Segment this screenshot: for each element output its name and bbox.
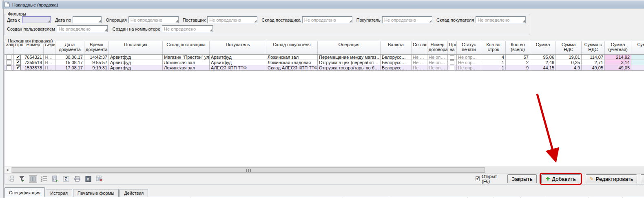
buyer-filter-combo[interactable]: Не определено — [382, 16, 432, 23]
invoices-group: Накладная (продажа) Закр Про Номер Сери … — [4, 41, 644, 185]
column-header-sum[interactable]: Сумма — [530, 41, 556, 54]
cell-supplier-sum — [631, 65, 644, 70]
column-header-accounting-sum[interactable]: Сумма (учетная) — [605, 41, 631, 54]
cell-buyer: АЛЕСЯ КПП ТТФ — [210, 65, 266, 70]
column-header-doc-time[interactable]: Время документа — [84, 41, 109, 54]
cell-series: Н… — [44, 60, 55, 65]
cell-operation: Отгрузка товара/тары по б… — [318, 65, 381, 70]
toolbar-icons: 123 Σ X — [7, 175, 103, 183]
title-bar: Накладные (продажа) — [2, 0, 644, 9]
add-button[interactable]: ✚ Добавить — [541, 174, 580, 183]
column-header-currency[interactable]: Валюта — [381, 41, 412, 54]
cell-currency: Белорусс… — [381, 65, 412, 70]
numbered-list-icon[interactable]: 123 — [40, 175, 48, 183]
table-delete-icon[interactable] — [95, 175, 103, 183]
edit-button[interactable]: ✎ Редактировать — [586, 174, 637, 183]
horizontal-scrollbar[interactable]: < — [4, 167, 644, 173]
row-closed-checkbox[interactable] — [7, 60, 11, 65]
table-empty-area — [4, 71, 644, 167]
column-header-operation[interactable]: Операция — [318, 41, 381, 54]
cell-agreement: Не … — [412, 55, 427, 60]
app-window: Накладные (продажа) Фильтры Дата с Дата … — [0, 0, 644, 198]
excel-export-icon[interactable]: X — [84, 175, 92, 183]
print-icon[interactable] — [73, 175, 81, 183]
open-checkbox-label: Открыт (F6) — [482, 174, 502, 184]
row-closed-checkbox[interactable] — [7, 55, 11, 60]
row-posted-checkbox[interactable] — [16, 55, 21, 60]
tree-structure-icon[interactable] — [7, 175, 15, 183]
open-checkbox[interactable] — [476, 176, 480, 181]
cell-supplier: Арвитфуд — [109, 55, 163, 60]
cell-number: 7654321 — [23, 55, 44, 60]
table-header-row: Закр Про Номер Сери Дата документа Время… — [4, 41, 644, 55]
cell-accounting-sum: 3,14 — [605, 60, 631, 65]
cell-supplier-warehouse: Магазин "Престон" ул… — [163, 55, 210, 60]
column-header-total-count[interactable]: Кол-во (всего) — [506, 41, 530, 54]
cell-accounting-sum: 214,92 — [605, 55, 631, 60]
table-row[interactable]: 7654321 Н… 30.06.17 14:42:37 Арвитфуд Ма… — [4, 55, 644, 60]
row-printed-checkbox[interactable] — [450, 66, 454, 70]
cell-line-count: 1 — [481, 60, 506, 65]
buyer-warehouse-filter-label: Склад покупателя — [436, 18, 474, 22]
calculator-add-icon[interactable] — [51, 175, 59, 183]
close-button[interactable]: Закрыть — [507, 174, 537, 183]
column-header-vat-sum[interactable]: Сумма НДС — [556, 41, 582, 54]
column-header-buyer[interactable]: Покупатель — [210, 41, 266, 54]
partial-button[interactable]: ✖ — [641, 174, 644, 183]
sum-icon[interactable]: Σ — [62, 175, 70, 183]
columns-icon[interactable] — [29, 175, 37, 183]
row-printed-checkbox[interactable] — [450, 60, 454, 65]
table-row[interactable]: 7359518 Н… 15.08.17 9:55:57 Арвитфуд Лож… — [4, 60, 644, 65]
cell-number: 7359518 — [23, 60, 44, 65]
column-header-buyer-warehouse[interactable]: Склад покупателя — [266, 41, 318, 54]
cell-print-status: Не опр… — [457, 55, 481, 60]
filters-row-1: Дата с Дата по Операция Не определено По… — [7, 16, 527, 24]
tab-history[interactable]: История — [46, 189, 72, 197]
buyer-warehouse-filter-combo[interactable]: Не определено — [476, 16, 526, 23]
column-header-print-status[interactable]: Статус печати — [457, 41, 481, 54]
scrollbar-thumb[interactable] — [12, 167, 485, 173]
created-on-computer-combo[interactable]: Не определено — [162, 25, 213, 32]
supplier-warehouse-filter-label: Склад поставщика — [261, 18, 301, 22]
row-posted-checkbox[interactable] — [16, 60, 21, 65]
operation-filter-combo[interactable]: Не определено — [128, 16, 179, 23]
column-header-supplier-sum[interactable]: Сумма поста — [631, 41, 644, 54]
row-printed-checkbox[interactable] — [450, 55, 454, 60]
cell-agreement: Не … — [412, 65, 427, 70]
column-header-line-count[interactable]: Кол-во строк — [481, 41, 506, 54]
column-header-supplier-warehouse[interactable]: Склад поставщика — [163, 41, 210, 54]
column-header-agreement[interactable]: Соглаш — [412, 41, 427, 54]
column-header-sum-with-vat[interactable]: Сумма с НДС — [582, 41, 605, 54]
row-closed-checkbox[interactable] — [7, 65, 11, 70]
table-row-selected[interactable]: 1593578 Н… 17.08.17 9:19:31 Арвитфуд Лож… — [4, 65, 644, 71]
cell-agreement: Не … — [412, 60, 427, 65]
created-by-user-label: Создан пользователем — [7, 27, 55, 31]
supplier-filter-combo[interactable]: Не определено — [207, 16, 257, 23]
scrollbar-grip — [246, 169, 251, 172]
tab-specification[interactable]: Спецификация — [4, 187, 45, 197]
cell-operation: Отгрузка в цех (переработ… — [318, 60, 381, 65]
cell-buyer-warehouse: Склад АЛЕСЯ КПП ТТФ — [266, 65, 318, 70]
cell-number: 1593578 — [23, 65, 44, 70]
column-header-supplier[interactable]: Поставщик — [109, 41, 163, 54]
scroll-left-arrow[interactable]: < — [4, 167, 11, 173]
tab-actions[interactable]: Действия — [120, 189, 148, 197]
date-to-input[interactable] — [73, 16, 102, 23]
cell-contract-number: Не оп… — [427, 55, 448, 60]
supplier-warehouse-filter-combo[interactable]: Не определено — [302, 16, 352, 23]
date-from-input[interactable] — [22, 16, 51, 23]
cell-doc-time: 14:42:37 — [84, 55, 109, 60]
column-header-doc-date[interactable]: Дата документа — [55, 41, 84, 54]
tab-print-forms[interactable]: Печатные формы — [73, 189, 119, 197]
filters-group: Фильтры Дата с Дата по Операция Не опред… — [4, 14, 530, 35]
cell-vat-sum: 19,01 — [556, 55, 582, 60]
row-posted-checkbox[interactable] — [16, 65, 21, 70]
cell-total-count: 2 — [506, 60, 530, 65]
window-left-border — [3, 0, 4, 198]
column-header-contract-number[interactable]: Номер договора — [427, 41, 448, 54]
filter-add-icon[interactable] — [18, 175, 26, 183]
cell-doc-date: 15.08.17 — [55, 60, 84, 65]
column-header-printed-flag[interactable]: Про на — [448, 41, 457, 54]
cell-line-count: 4 — [481, 55, 506, 60]
created-by-user-combo[interactable]: Не определено — [57, 25, 108, 32]
